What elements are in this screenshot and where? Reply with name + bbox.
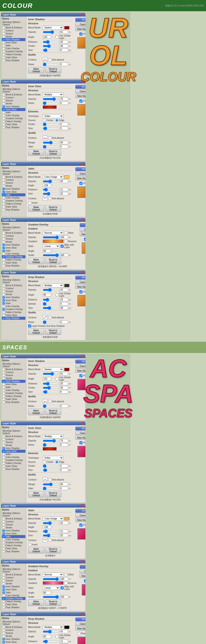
global-light-check[interactable] <box>55 36 58 38</box>
satin-size[interactable] <box>43 193 59 195</box>
sp-source-center[interactable] <box>43 460 46 464</box>
sp-cancel-btn-5[interactable]: Cancel <box>75 622 86 626</box>
sp-go-reset-default[interactable]: Reset to Default <box>45 600 61 606</box>
sp-satin-opacity-input[interactable] <box>60 521 68 525</box>
sp-noise-input[interactable] <box>60 404 68 408</box>
satin-check[interactable] <box>2 44 5 47</box>
ig-size-slider[interactable] <box>43 128 59 129</box>
ds-size[interactable] <box>43 307 59 309</box>
sp-close-button-4[interactable] <box>81 560 84 563</box>
ds-anti-alias[interactable] <box>48 316 51 319</box>
sp-satin-anti-alias[interactable] <box>48 539 51 542</box>
jitter-input[interactable] <box>60 145 68 148</box>
sp-ig-opacity-input[interactable] <box>60 439 68 442</box>
s2-outer-glow[interactable]: Outer Glow <box>2 123 25 126</box>
go-scale[interactable] <box>43 254 59 256</box>
ig-blend-select[interactable]: Multiply <box>43 93 63 96</box>
technique-select[interactable]: Softer <box>43 114 63 118</box>
ok-btn-5[interactable]: OK <box>75 276 86 280</box>
sp-ig-size[interactable] <box>43 469 59 471</box>
sp-size[interactable] <box>43 391 59 393</box>
sp-ig-contour[interactable] <box>43 477 47 482</box>
sp-source-edge[interactable] <box>55 460 58 464</box>
go-opacity-input[interactable] <box>60 236 68 239</box>
style-color-overlay[interactable]: Color Overlay <box>2 47 25 50</box>
size-slider[interactable] <box>43 49 59 51</box>
opacity-input[interactable] <box>60 30 68 34</box>
s2-satin[interactable]: Satin <box>2 111 25 114</box>
sp-technique[interactable]: Softer <box>43 456 63 460</box>
sp-ig-choke-input[interactable] <box>60 464 68 468</box>
ok-btn-2[interactable]: OK <box>75 85 86 89</box>
sp-ig-opacity[interactable] <box>43 440 59 442</box>
ig-reset-default[interactable]: Reset to Default <box>45 149 61 156</box>
s2-gradient-overlay[interactable]: Gradient Overlay <box>2 117 25 120</box>
opacity-slider[interactable] <box>43 31 59 33</box>
style-inner-glow[interactable]: Inner Glow <box>2 41 25 44</box>
angle-input[interactable] <box>43 35 51 39</box>
preview-check-3[interactable] <box>79 182 82 185</box>
go-other-check[interactable] <box>64 232 67 234</box>
s2-texture[interactable]: Texture <box>2 99 25 102</box>
new-style-btn-5[interactable]: New Style... <box>75 285 86 289</box>
sp-gradient-swatch[interactable] <box>43 582 63 584</box>
sp-preview-check-5[interactable] <box>78 632 81 635</box>
ig-noise-input[interactable] <box>60 101 68 105</box>
sp-satin-blend[interactable]: Color Dodge <box>43 517 63 520</box>
sp-noise[interactable] <box>43 405 59 407</box>
sp-go-scale-input[interactable] <box>60 595 68 598</box>
s2-color-overlay[interactable]: Color Overlay <box>2 114 25 117</box>
sp-satin-distance-input[interactable] <box>60 530 68 533</box>
style-satin[interactable]: Satin <box>2 44 25 47</box>
cancel-btn-2[interactable]: Cancel <box>75 90 86 93</box>
go-reverse[interactable] <box>64 240 67 243</box>
satin-color[interactable] <box>64 176 69 179</box>
sp-range-input[interactable] <box>60 482 68 486</box>
sp-satin-size-input[interactable] <box>60 534 68 537</box>
texture-check[interactable] <box>2 32 5 35</box>
go-style-select[interactable]: Linear <box>43 244 60 248</box>
sp-go-make-default[interactable]: Make Default <box>28 600 44 606</box>
sp-satin-make-default[interactable]: Make Default <box>28 547 44 554</box>
s2-drop-shadow[interactable]: Drop Shadow <box>2 126 25 129</box>
sp-choke[interactable] <box>43 387 59 389</box>
satin-distance-input[interactable] <box>60 188 68 191</box>
s2-stroke[interactable]: Stroke <box>2 102 25 105</box>
close-button-1[interactable] <box>81 13 84 16</box>
sp-ok-btn-2[interactable]: OK <box>75 426 86 430</box>
sp-cancel-btn-1[interactable]: Cancel <box>75 364 86 368</box>
sp-ds-distance-input[interactable] <box>60 640 68 643</box>
sp-ds-distance[interactable] <box>43 640 59 642</box>
contour-box[interactable] <box>43 57 47 62</box>
sp-blend-select[interactable]: Darken <box>43 368 63 371</box>
source-edge-radio[interactable] <box>55 119 58 122</box>
new-style-btn-1[interactable]: New Style... <box>75 27 86 31</box>
satin-angle-input[interactable] <box>43 184 51 187</box>
color-overlay-check[interactable] <box>2 48 5 50</box>
sp-preview-check-3[interactable] <box>79 524 82 526</box>
sp-ig-noise-input[interactable] <box>60 443 68 446</box>
s2-bevel[interactable]: Bevel & Emboss <box>2 93 25 96</box>
sp-satin-color[interactable] <box>64 517 69 520</box>
sp-new-style-btn-4[interactable]: New Style... <box>80 574 86 578</box>
ig-opacity-slider[interactable] <box>43 98 59 100</box>
ds-spread-input[interactable] <box>60 302 68 306</box>
sp-ig-size-input[interactable] <box>60 468 68 472</box>
satin-size-input[interactable] <box>60 192 68 196</box>
sp-ig-blend[interactable]: Multiply <box>43 434 63 438</box>
style-stroke[interactable]: Stroke <box>2 35 25 38</box>
go-angle-input[interactable] <box>43 249 51 253</box>
ds-noise-input[interactable] <box>60 320 68 324</box>
go-reset-default[interactable]: Reset to Default <box>45 258 61 264</box>
sp-ok-btn-3[interactable]: OK <box>75 509 86 513</box>
go-make-default[interactable]: Make Default <box>28 258 44 264</box>
sp-satin-invert[interactable] <box>28 543 31 546</box>
cancel-btn-3[interactable]: Cancel <box>75 172 86 176</box>
sp-global-light[interactable] <box>55 377 58 380</box>
ds-contour[interactable] <box>43 315 47 320</box>
preview-check-1[interactable] <box>79 32 82 36</box>
style-gradient-overlay[interactable]: Gradient Overlay <box>2 50 25 53</box>
ig-choke-input[interactable] <box>60 122 68 126</box>
inner-glow-check[interactable] <box>2 42 5 44</box>
sp-go-other[interactable] <box>64 573 67 576</box>
